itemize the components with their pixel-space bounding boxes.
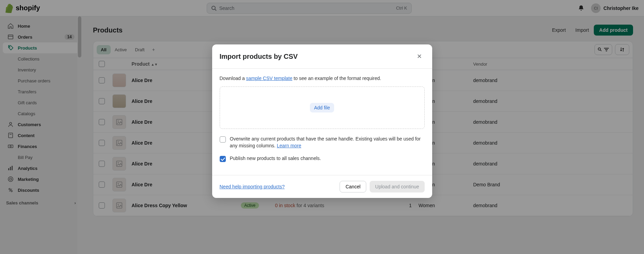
cancel-button[interactable]: Cancel — [340, 181, 366, 192]
modal-instruction: Download a sample CSV template to see an… — [220, 76, 425, 81]
add-file-button[interactable]: Add file — [310, 103, 334, 112]
publish-checkbox[interactable] — [220, 156, 226, 162]
file-dropzone[interactable]: Add file — [220, 86, 425, 129]
close-icon: ✕ — [417, 53, 422, 60]
modal-header: Import products by CSV ✕ — [212, 44, 432, 69]
overwrite-checkbox[interactable] — [220, 136, 226, 143]
modal-footer: Need help importing products? Cancel Upl… — [212, 175, 432, 198]
sample-csv-link[interactable]: sample CSV template — [246, 76, 292, 81]
modal-body: Download a sample CSV template to see an… — [212, 69, 432, 175]
learn-more-link[interactable]: Learn more — [277, 143, 301, 148]
modal-close-button[interactable]: ✕ — [414, 51, 425, 62]
overwrite-option: Overwrite any current products that have… — [220, 136, 425, 149]
modal-title: Import products by CSV — [220, 53, 414, 61]
import-csv-modal: Import products by CSV ✕ Download a samp… — [212, 44, 432, 198]
help-link[interactable]: Need help importing products? — [220, 184, 285, 189]
upload-continue-button: Upload and continue — [370, 181, 424, 192]
publish-option: Publish new products to all sales channe… — [220, 155, 425, 162]
